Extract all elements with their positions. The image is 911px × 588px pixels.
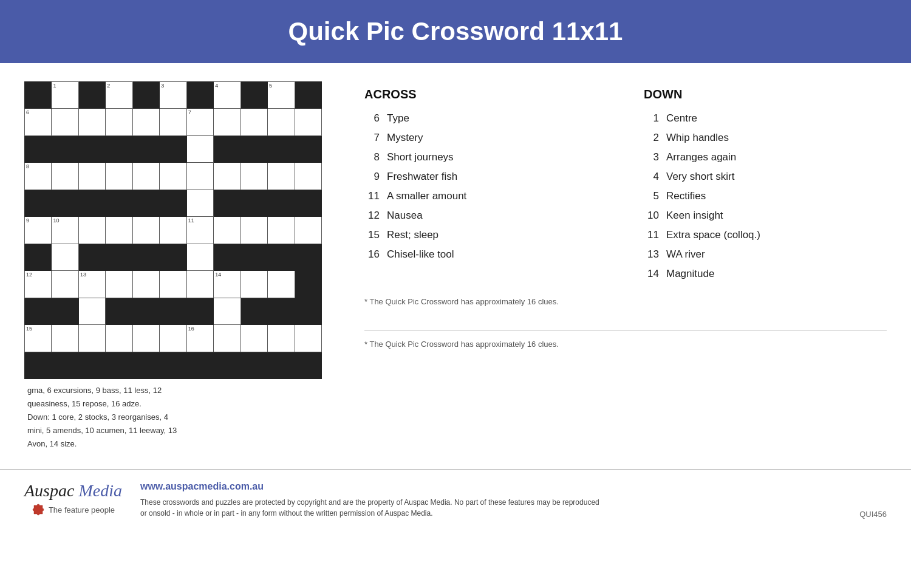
footer-bar: Auspac Media The feature people www.ausp… [0, 469, 911, 530]
across-clue-9: 9 Freshwater fish [364, 171, 607, 183]
page-header: Quick Pic Crossword 11x11 [0, 0, 911, 63]
cell-r2c11 [295, 109, 321, 135]
logo-tagline: The feature people [49, 505, 115, 514]
cell-r7c1 [25, 244, 52, 270]
crossword-grid: 1 2 3 4 5 6 [24, 81, 328, 379]
cell-r6c11 [295, 217, 321, 244]
cell-r5c3 [78, 190, 105, 216]
across-clue-6: 6 Type [364, 112, 607, 125]
down-clue-13: 13 WA river [644, 248, 887, 261]
cell-r5c2 [52, 190, 78, 216]
cell-r6c2: 10 [52, 217, 78, 244]
across-section: ACROSS 6 Type 7 Mystery 8 Short journeys… [364, 87, 607, 306]
cell-r7c7 [186, 244, 213, 270]
footnote: * The Quick Pic Crossword has approximat… [364, 297, 607, 306]
cell-r4c9 [241, 163, 267, 190]
cell-r8c11 [295, 271, 321, 298]
cell-r4c3 [78, 163, 105, 190]
cell-r4c6 [160, 163, 186, 190]
cell-r9c10 [268, 298, 295, 324]
cell-r4c2 [52, 163, 78, 190]
cell-r7c2 [52, 244, 78, 270]
cell-r1c4: 2 [106, 82, 132, 109]
cell-r7c4 [106, 244, 132, 270]
answer-line3: Down: 1 core, 2 stocks, 3 reorganises, 4 [27, 411, 340, 424]
down-clue-5: 5 Rectifies [644, 190, 887, 202]
cell-r5c5 [132, 190, 159, 216]
cell-r9c11 [295, 298, 321, 324]
cell-r3c1 [25, 135, 52, 162]
cell-r2c6 [160, 109, 186, 135]
cell-r10c1: 15 [25, 325, 52, 352]
cell-r10c8 [214, 325, 241, 352]
cell-r5c6 [160, 190, 186, 216]
puzzle-piece-icon [32, 503, 45, 516]
cell-r11c4 [106, 352, 132, 378]
cell-r5c4 [106, 190, 132, 216]
cell-r7c11 [295, 244, 321, 270]
across-heading: ACROSS [364, 87, 607, 101]
cell-r8c4 [106, 271, 132, 298]
cell-r4c4 [106, 163, 132, 190]
logo-area: Auspac Media The feature people [24, 481, 122, 516]
cell-r9c6 [160, 298, 186, 324]
cell-r2c9 [241, 109, 267, 135]
page-title: Quick Pic Crossword 11x11 [288, 17, 623, 46]
cell-r2c8 [214, 109, 241, 135]
cell-r3c4 [106, 135, 132, 162]
cell-r8c5 [132, 271, 159, 298]
cell-r11c7 [186, 352, 213, 378]
logo-text: Auspac Media [24, 481, 122, 501]
cell-r5c7 [186, 190, 213, 216]
cell-r11c2 [52, 352, 78, 378]
cell-r1c11 [295, 82, 321, 109]
cell-r10c6 [160, 325, 186, 352]
cell-r1c8: 4 [214, 82, 241, 109]
down-section: DOWN 1 Centre 2 Whip handles 3 Arranges … [644, 87, 887, 306]
cell-r2c4 [106, 109, 132, 135]
footer-url[interactable]: www.auspacmedia.com.au [140, 481, 887, 492]
cell-r4c8 [214, 163, 241, 190]
cell-r1c10: 5 [268, 82, 295, 109]
cell-r11c5 [132, 352, 159, 378]
cell-r2c1: 6 [25, 109, 52, 135]
cell-r11c8 [214, 352, 241, 378]
cell-r9c1 [25, 298, 52, 324]
cell-r2c2 [52, 109, 78, 135]
cell-r4c10 [268, 163, 295, 190]
cell-r9c5 [132, 298, 159, 324]
cell-r3c6 [160, 135, 186, 162]
cell-r9c8 [214, 298, 241, 324]
cell-r5c10 [268, 190, 295, 216]
cell-r10c10 [268, 325, 295, 352]
logo-subtitle: The feature people [32, 503, 115, 516]
cell-r3c7 [186, 135, 213, 162]
across-clue-16: 16 Chisel-like tool [364, 248, 607, 261]
clues-container: ACROSS 6 Type 7 Mystery 8 Short journeys… [364, 87, 887, 306]
cell-r11c11 [295, 352, 321, 378]
cell-r6c7: 11 [186, 217, 213, 244]
cell-r2c10 [268, 109, 295, 135]
left-panel: 1 2 3 4 5 6 [24, 81, 340, 451]
down-clue-11: 11 Extra space (colloq.) [644, 229, 887, 241]
cell-r7c6 [160, 244, 186, 270]
cell-r3c3 [78, 135, 105, 162]
cell-r3c11 [295, 135, 321, 162]
cell-r10c2 [52, 325, 78, 352]
down-clue-14: 14 Magnitude [644, 268, 887, 280]
cell-r4c11 [295, 163, 321, 190]
answer-line5: Avon, 14 size. [27, 437, 340, 451]
across-clue-7: 7 Mystery [364, 132, 607, 144]
down-clue-3: 3 Arranges again [644, 151, 887, 163]
cell-r9c4 [106, 298, 132, 324]
cell-r8c2 [52, 271, 78, 298]
cell-r8c10 [268, 271, 295, 298]
cell-r6c4 [106, 217, 132, 244]
cell-r3c8 [214, 135, 241, 162]
clue-count-footnote: * The Quick Pic Crossword has approximat… [364, 340, 559, 349]
cell-r8c6 [160, 271, 186, 298]
cell-r6c1: 9 [25, 217, 52, 244]
cell-r9c2 [52, 298, 78, 324]
cell-r6c8 [214, 217, 241, 244]
cell-r9c7 [186, 298, 213, 324]
